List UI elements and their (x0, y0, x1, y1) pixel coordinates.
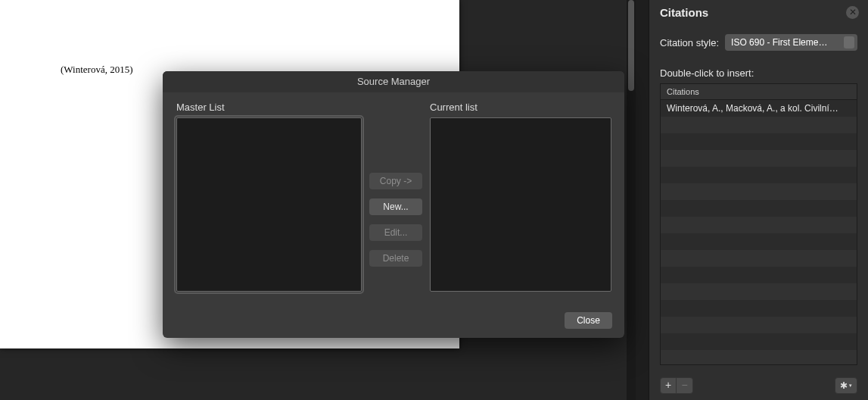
citation-row (661, 300, 857, 317)
citation-field[interactable]: (Winterová, 2015) (61, 64, 133, 76)
citations-table: Citations Winterová, A., Macková, A., a … (660, 83, 857, 365)
add-citation-button[interactable]: + (660, 377, 677, 394)
scrollbar-thumb[interactable] (628, 0, 634, 91)
citation-row (661, 200, 857, 217)
citation-style-select[interactable]: ISO 690 - First Eleme… ▴▾ (725, 34, 857, 51)
citation-row (661, 183, 857, 200)
citation-row (661, 133, 857, 150)
current-list[interactable] (430, 117, 611, 292)
current-list-label: Current list (430, 102, 611, 113)
citation-row[interactable]: Winterová, A., Macková, A., a kol. Civil… (661, 100, 857, 117)
master-list[interactable] (176, 117, 362, 292)
delete-button: Delete (369, 250, 422, 267)
citation-row (661, 217, 857, 233)
chevron-updown-icon: ▴▾ (849, 37, 852, 48)
edit-button: Edit... (369, 224, 422, 241)
close-button[interactable]: Close (565, 312, 612, 329)
vertical-scrollbar[interactable] (627, 0, 636, 400)
citation-row (661, 317, 857, 333)
gear-icon: ✱ (840, 380, 848, 391)
gear-menu-button[interactable]: ✱ ▾ (835, 377, 857, 394)
new-button[interactable]: New... (369, 198, 422, 215)
citation-style-label: Citation style: (660, 37, 719, 48)
citation-row (661, 233, 857, 250)
citation-row (661, 150, 857, 167)
insert-hint-label: Double-click to insert: (649, 54, 868, 83)
citations-column-header[interactable]: Citations (661, 84, 857, 100)
master-list-label: Master List (176, 102, 362, 113)
citation-row (661, 350, 857, 364)
chevron-down-icon: ▾ (849, 383, 852, 389)
citation-row (661, 250, 857, 267)
citation-row (661, 117, 857, 133)
citation-row (661, 267, 857, 283)
panel-title: Citations (660, 6, 708, 19)
citation-row (661, 283, 857, 300)
close-panel-icon[interactable]: ✕ (846, 6, 859, 19)
citation-row (661, 333, 857, 350)
copy-button: Copy -> (369, 173, 422, 189)
remove-citation-button: − (677, 377, 693, 394)
citation-style-value: ISO 690 - First Eleme… (731, 37, 827, 48)
citations-panel: Citations ✕ Citation style: ISO 690 - Fi… (649, 0, 868, 400)
source-manager-dialog: Source Manager Master List Copy -> New..… (163, 71, 624, 338)
citation-row (661, 167, 857, 183)
dialog-title: Source Manager (163, 71, 624, 92)
